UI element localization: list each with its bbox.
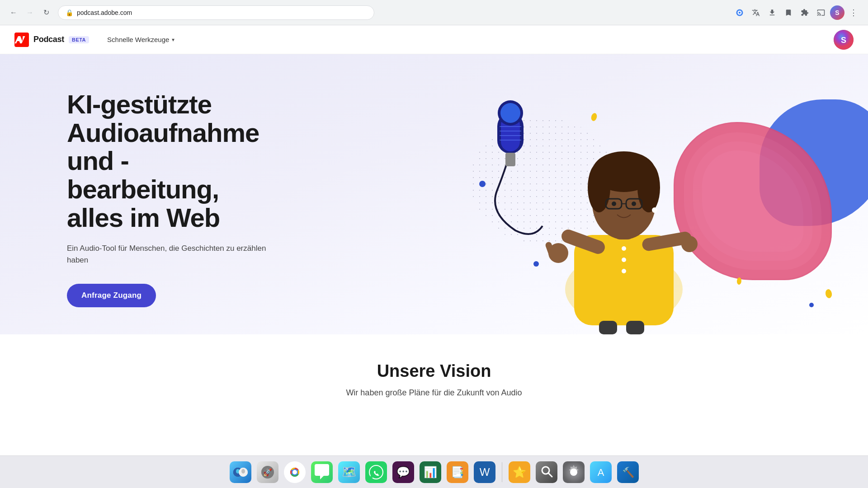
vision-title: Unsere Vision [0, 361, 868, 381]
page-nav: Podcast BETA Schnelle Werkzeuge ▾ S [0, 25, 868, 54]
lock-icon: 🔒 [66, 9, 73, 16]
vision-subtitle: Wir haben große Pläne für die Zukunft vo… [0, 388, 868, 398]
hero-illustration [416, 54, 868, 334]
dock-item-whatsapp[interactable] [364, 460, 388, 484]
beta-badge: BETA [69, 36, 89, 43]
browser-profile-avatar: S [830, 5, 844, 20]
vision-section: Unsere Vision Wir haben große Pläne für … [0, 334, 868, 416]
url-text: podcast.adobe.com [77, 9, 367, 16]
browser-actions: S ⋮ [732, 5, 861, 20]
address-bar[interactable]: 🔒 podcast.adobe.com [58, 5, 374, 20]
dock-item-messages[interactable] [310, 460, 334, 484]
dock-item-maps[interactable]: 🗺️ [337, 460, 361, 484]
profile-circle-btn[interactable]: S [830, 5, 844, 20]
brand-name: Podcast [33, 35, 64, 44]
adobe-logo-icon [14, 33, 29, 47]
svg-rect-67 [536, 461, 557, 483]
hero-title: KI-gestützte Audioaufnahme und -bearbeit… [67, 90, 280, 232]
svg-text:📊: 📊 [424, 465, 437, 479]
svg-text:🔨: 🔨 [622, 466, 634, 479]
svg-rect-37 [626, 321, 644, 334]
dock-item-word[interactable]: W [473, 460, 496, 484]
dock-item-slack[interactable]: 💬 [392, 460, 415, 484]
svg-point-24 [637, 163, 660, 212]
translate-icon-btn[interactable] [749, 5, 763, 20]
dock-item-chrome[interactable] [283, 460, 307, 484]
forward-button[interactable]: → [24, 6, 36, 19]
svg-rect-36 [599, 321, 617, 334]
dock-item-spotlight[interactable] [535, 460, 558, 484]
svg-point-9 [500, 103, 520, 123]
svg-point-18 [622, 258, 626, 262]
svg-point-29 [632, 202, 636, 206]
dock-item-keynote[interactable]: 📑 [446, 460, 469, 484]
quick-tools-label: Schnelle Werkzeuge [107, 36, 169, 43]
svg-text:🚀: 🚀 [263, 468, 272, 477]
hero-content: KI-gestützte Audioaufnahme und -bearbeit… [0, 81, 280, 334]
person-illustration [529, 99, 719, 334]
svg-rect-14 [505, 153, 515, 166]
bookmark-icon-btn[interactable] [781, 5, 796, 20]
hero-section: KI-gestützte Audioaufnahme und -bearbeit… [0, 54, 868, 334]
dot-yellow-4 [825, 289, 832, 299]
svg-point-35 [652, 207, 657, 213]
svg-point-51 [292, 470, 297, 474]
dot-blue-3 [809, 303, 814, 307]
svg-text:W: W [479, 466, 490, 478]
chevron-down-icon: ▾ [172, 37, 175, 43]
quick-tools-button[interactable]: Schnelle Werkzeuge ▾ [104, 33, 178, 46]
more-options-btn[interactable]: ⋮ [846, 5, 861, 20]
hero-subtitle: Ein Audio-Tool für Menschen, die Geschic… [67, 243, 280, 266]
dot-yellow-3 [736, 277, 741, 285]
svg-text:⭐: ⭐ [513, 465, 526, 479]
svg-text:S: S [841, 36, 846, 45]
dock-item-finder[interactable] [229, 460, 252, 484]
dock-item-numbers[interactable]: 📊 [419, 460, 442, 484]
svg-point-34 [681, 236, 698, 252]
dock-item-sysprefs[interactable] [562, 460, 585, 484]
dock-item-xcode[interactable]: 🔨 [616, 460, 640, 484]
svg-text:📑: 📑 [451, 465, 464, 479]
user-avatar-icon: S [834, 30, 854, 50]
svg-text:💬: 💬 [396, 465, 410, 479]
cast-icon-btn[interactable] [814, 5, 828, 20]
cta-button[interactable]: Anfrage Zugang [67, 284, 156, 307]
svg-point-28 [612, 202, 616, 206]
extensions-icon-btn[interactable] [797, 5, 812, 20]
svg-text:A: A [597, 467, 604, 478]
svg-point-2 [739, 11, 741, 14]
dock-item-appstore[interactable]: A [589, 460, 613, 484]
back-button[interactable]: ← [7, 6, 20, 19]
svg-point-19 [622, 269, 626, 273]
svg-text:🗺️: 🗺️ [342, 465, 357, 479]
svg-point-17 [622, 246, 626, 251]
dock-item-spark[interactable]: ⭐ [508, 460, 531, 484]
svg-point-44 [241, 469, 245, 474]
browser-chrome: ← → ↻ 🔒 podcast.adobe.com S ⋮ [0, 0, 868, 25]
adobe-logo[interactable]: Podcast BETA [14, 33, 89, 47]
download-icon-btn[interactable] [765, 5, 779, 20]
browser-nav-buttons: ← → ↻ [7, 6, 52, 19]
svg-point-23 [588, 163, 610, 212]
google-icon-btn[interactable] [732, 5, 747, 20]
nav-user-avatar[interactable]: S [834, 30, 854, 50]
reload-button[interactable]: ↻ [40, 6, 52, 19]
dock-separator [502, 462, 502, 482]
dock-item-launchpad[interactable]: 🚀 [256, 460, 279, 484]
mac-taskbar: 🚀 🗺️ 💬 📊 📑 W ⭐ A [0, 455, 868, 488]
